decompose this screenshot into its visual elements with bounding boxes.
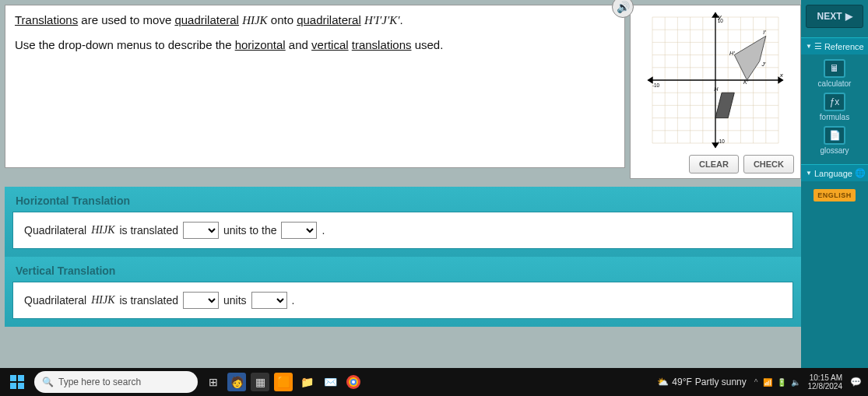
formulas-tool[interactable]: ƒx formulas xyxy=(820,93,849,121)
x-axis-label: x xyxy=(779,72,784,79)
main-content: 🔊 Translations are used to move quadrila… xyxy=(0,0,801,368)
calculator-tool[interactable]: 🖩 calculator xyxy=(818,59,852,88)
svg-text:-10: -10 xyxy=(718,138,726,144)
caret-down-icon: ▼ xyxy=(806,170,812,177)
search-icon: 🔍 xyxy=(42,377,54,387)
weather-icon: ⛅ xyxy=(657,377,669,387)
svg-text:J′: J′ xyxy=(761,61,766,68)
chevron-up-icon[interactable]: ^ xyxy=(754,378,758,387)
term-quadrilateral-1: quadrilateral xyxy=(174,13,239,26)
svg-text:H: H xyxy=(714,86,719,93)
horizontal-panel: Horizontal Translation Quadrilateral HIJ… xyxy=(5,187,801,257)
svg-rect-35 xyxy=(18,375,24,381)
horizontal-heading: Horizontal Translation xyxy=(5,187,801,212)
globe-icon: 🌐 xyxy=(855,168,866,178)
svg-rect-34 xyxy=(10,375,16,381)
taskbar-search[interactable]: 🔍 Type here to search xyxy=(34,371,198,393)
svg-rect-37 xyxy=(18,383,24,389)
play-icon: ▶ xyxy=(845,11,852,22)
clear-button[interactable]: CLEAR xyxy=(689,155,739,173)
svg-text:10: 10 xyxy=(718,18,724,23)
term-translations: Translations xyxy=(15,13,78,26)
question-card: 🔊 Translations are used to move quadrila… xyxy=(5,5,625,168)
horizontal-direction-select[interactable] xyxy=(281,222,317,239)
notifications-icon[interactable]: 💬 xyxy=(850,377,862,387)
caret-down-icon: ▼ xyxy=(806,43,812,50)
check-button[interactable]: CHECK xyxy=(743,155,794,173)
chrome-icon[interactable] xyxy=(344,373,363,391)
task-view-icon[interactable]: ⊞ xyxy=(204,373,223,391)
quad-HIJK-prime: H′I′J′K′ xyxy=(364,14,400,26)
svg-marker-24 xyxy=(712,13,718,17)
svg-text:-10: -10 xyxy=(652,82,660,88)
question-line-2: Use the drop-down menus to describe the … xyxy=(15,38,615,51)
language-badge[interactable]: ENGLISH xyxy=(814,189,856,202)
horizontal-units-select[interactable] xyxy=(183,222,219,239)
coordinate-grid: y x 10 -10 -10 H H′ I′ J′ K′ xyxy=(635,10,796,150)
system-tray[interactable]: ^ 📶 🔋 🔈 xyxy=(754,378,800,387)
start-button[interactable] xyxy=(6,371,28,393)
svg-text:K′: K′ xyxy=(743,79,749,86)
vertical-direction-select[interactable] xyxy=(251,292,287,309)
vertical-units-select[interactable] xyxy=(183,292,219,309)
windows-icon xyxy=(10,375,24,389)
app-icon-2[interactable]: ▦ xyxy=(251,373,269,391)
app-icon-1[interactable]: 🧑 xyxy=(227,373,246,391)
svg-point-41 xyxy=(352,380,355,384)
shape-HIJK xyxy=(715,93,734,117)
shape-HIJK-prime xyxy=(734,36,766,80)
reference-header[interactable]: ▼ ☰ Reference xyxy=(801,37,868,54)
app-icon-3[interactable]: 🟧 xyxy=(274,373,293,391)
mail-icon[interactable]: ✉️ xyxy=(321,373,339,391)
language-header[interactable]: ▼ Language 🌐 xyxy=(801,164,868,181)
pinned-apps: ⊞ 🧑 ▦ 🟧 📁 ✉️ xyxy=(204,373,363,391)
calculator-icon: 🖩 xyxy=(824,59,845,78)
volume-icon[interactable]: 🔈 xyxy=(791,378,800,387)
file-explorer-icon[interactable]: 📁 xyxy=(297,373,316,391)
next-button[interactable]: NEXT ▶ xyxy=(806,5,863,28)
wifi-icon[interactable]: 📶 xyxy=(763,378,772,387)
quad-HIJK: HIJK xyxy=(242,14,268,26)
glossary-tool[interactable]: 📄 glossary xyxy=(820,126,849,155)
graph-panel: y x 10 -10 -10 H H′ I′ J′ K′ CLEAR xyxy=(630,5,801,179)
battery-icon[interactable]: 🔋 xyxy=(777,378,786,387)
vertical-panel: Vertical Translation Quadrilateral HIJK … xyxy=(5,257,801,327)
vertical-heading: Vertical Translation xyxy=(5,257,801,282)
question-line-1: Translations are used to move quadrilate… xyxy=(15,13,615,27)
svg-text:H′: H′ xyxy=(729,50,735,57)
weather-widget[interactable]: ⛅ 49°F Partly sunny xyxy=(657,377,747,387)
taskbar-clock[interactable]: 10:15 AM 12/8/2024 xyxy=(808,373,843,391)
term-quadrilateral-2: quadrilateral xyxy=(297,13,361,26)
taskbar: 🔍 Type here to search ⊞ 🧑 ▦ 🟧 📁 ✉️ ⛅ 49°… xyxy=(0,368,868,396)
formulas-icon: ƒx xyxy=(824,93,845,111)
glossary-icon: 📄 xyxy=(824,126,845,145)
svg-rect-36 xyxy=(10,383,16,389)
sidebar: NEXT ▶ ▼ ☰ Reference 🖩 calculator ƒx for… xyxy=(801,0,868,368)
